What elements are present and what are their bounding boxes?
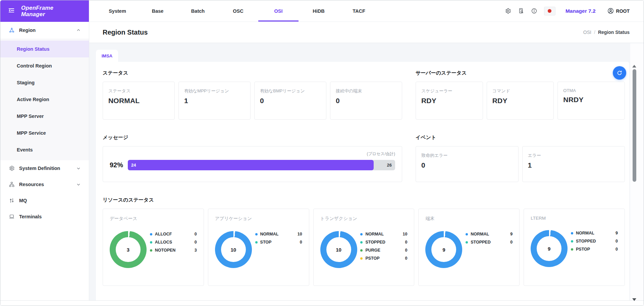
- legend-label: NOTOPEN: [155, 248, 176, 253]
- event-section: イベント 致命的エラー 0 エラー 1: [416, 134, 625, 182]
- stat-value: NRDY: [563, 96, 619, 104]
- scrollbar-up-arrow[interactable]: [632, 65, 636, 68]
- legend-dot: [466, 233, 468, 235]
- module-tabs: System Base Batch OSC OSI HiDB TACF: [97, 0, 379, 21]
- gear-icon: [9, 165, 15, 171]
- donut-card-label: 端末: [425, 216, 513, 222]
- sidebar-item-events[interactable]: Events: [0, 141, 89, 158]
- refresh-button[interactable]: [613, 66, 626, 80]
- donut-legend: NORMAL 9 STOPPED 0: [466, 231, 513, 245]
- process-count: 24: [131, 163, 136, 168]
- scrollbar-track[interactable]: [630, 43, 644, 306]
- donut-card-label: データベース: [110, 216, 197, 222]
- donut-chart: 9: [425, 231, 462, 268]
- breadcrumb: OSI / Region Status: [583, 30, 630, 35]
- legend-value: 0: [405, 240, 407, 245]
- donut-chart: 10: [215, 231, 252, 268]
- scrollbar-down-arrow[interactable]: [632, 298, 636, 301]
- legend-dot: [255, 233, 258, 235]
- info-icon[interactable]: [531, 8, 537, 14]
- legend-item: STOPPED 0: [571, 239, 618, 244]
- donut-total: 9: [425, 231, 462, 268]
- legend-dot: [466, 241, 468, 244]
- legend-dot: [571, 232, 573, 234]
- legend-value: 0: [195, 240, 197, 245]
- ratio-label: (プロセス/合計): [110, 151, 395, 157]
- sidebar-item-terminals[interactable]: Terminals: [0, 209, 89, 225]
- app-logo: OpenFrame Manager: [0, 0, 89, 22]
- sidebar-item-label: Region: [19, 28, 36, 33]
- resource-card-database: データベース 3 ALLOCF 0: [103, 209, 204, 286]
- server-card: コマンド RDY: [487, 82, 554, 120]
- legend-item: STOPPED 0: [360, 240, 407, 245]
- resource-card-terminal: 端末 9 NORMAL 9: [418, 209, 520, 286]
- scrollbar-thumb[interactable]: [633, 69, 636, 182]
- tab-batch[interactable]: Batch: [178, 0, 218, 21]
- tab-hidb[interactable]: HiDB: [299, 0, 339, 21]
- legend-item: STOPPED 0: [466, 240, 513, 245]
- donut-legend: NORMAL 10 STOP 0: [255, 231, 302, 245]
- legend-value: 0: [405, 248, 407, 253]
- message-progress-bar: 24 26: [128, 160, 395, 170]
- sidebar-item-active-region[interactable]: Active Region: [0, 91, 89, 108]
- legend-label: NORMAL: [365, 232, 384, 236]
- tab-base[interactable]: Base: [138, 0, 178, 21]
- status-card: ステータス NORMAL: [103, 82, 175, 120]
- refresh-icon: [616, 70, 623, 76]
- donut-legend: ALLOCF 0 ALLOCS 0: [150, 231, 197, 253]
- language-flag-japan[interactable]: [544, 7, 555, 15]
- legend-value: 10: [298, 232, 302, 236]
- topbar-actions: Manager 7.2 ROOT: [505, 0, 644, 21]
- user-menu[interactable]: ROOT: [607, 7, 630, 14]
- legend-dot: [150, 249, 152, 252]
- sidebar-item-region[interactable]: Region: [0, 22, 89, 39]
- legend-value: 9: [615, 231, 618, 235]
- sidebar-item-system-definition[interactable]: System Definition: [0, 160, 89, 176]
- tab-tacf[interactable]: TACF: [339, 0, 379, 21]
- sitemap-icon: [9, 181, 15, 187]
- legend-value: 0: [615, 239, 618, 244]
- tab-osc[interactable]: OSC: [218, 0, 258, 21]
- page-title: Region Status: [103, 29, 148, 36]
- legend-label: STOPPED: [576, 239, 596, 244]
- sidebar-item-region-status[interactable]: Region Status: [0, 41, 89, 57]
- sidebar-item-mpp-service[interactable]: MPP Service: [0, 125, 89, 141]
- donut-total: 9: [531, 230, 568, 267]
- legend-value: 0: [510, 240, 513, 245]
- legend-item: STOP 0: [255, 240, 302, 245]
- donut-card-label: トランザクション: [320, 216, 408, 222]
- sidebar-item-mq[interactable]: MQ: [0, 192, 89, 209]
- chevron-up-icon: [76, 28, 81, 33]
- chevron-down-icon: [76, 166, 81, 171]
- legend-value: 0: [300, 240, 302, 245]
- resource-card-transaction: トランザクション 10 NORMAL 10: [313, 209, 415, 286]
- user-icon: [607, 7, 614, 14]
- document-search-icon[interactable]: [518, 8, 524, 14]
- stat-label: スケジューラー: [421, 88, 477, 94]
- breadcrumb-parent[interactable]: OSI: [583, 30, 591, 35]
- legend-item: NORMAL 9: [571, 231, 618, 235]
- donut-chart: 3: [110, 231, 147, 268]
- message-section: メッセージ (プロセス/合計) 92% 24 26: [103, 134, 402, 182]
- legend-dot: [150, 241, 152, 244]
- sidebar-collapse-icon[interactable]: [8, 7, 15, 15]
- tab-system[interactable]: System: [97, 0, 138, 21]
- sidebar-item-mpp-server[interactable]: MPP Server: [0, 108, 89, 125]
- tab-imsa[interactable]: IMSA: [96, 50, 118, 62]
- legend-value: 0: [195, 232, 197, 236]
- settings-icon[interactable]: [505, 8, 511, 14]
- legend-item: NORMAL 10: [360, 232, 407, 236]
- legend-dot: [360, 257, 363, 260]
- app-title: OpenFrame Manager: [21, 5, 53, 17]
- tab-osi[interactable]: OSI: [258, 0, 299, 21]
- sidebar-item-staging[interactable]: Staging: [0, 74, 89, 91]
- sidebar-item-control-region[interactable]: Control Region: [0, 57, 89, 74]
- region-submenu: Region Status Control Region Staging Act…: [0, 39, 89, 160]
- progress-percent: 92%: [110, 161, 123, 169]
- legend-value: 3: [195, 248, 197, 253]
- version-label[interactable]: Manager 7.2: [566, 8, 596, 14]
- stat-value: RDY: [492, 97, 548, 105]
- legend-dot: [360, 233, 363, 235]
- sidebar-item-resources[interactable]: Resources: [0, 176, 89, 192]
- legend-label: PSTOP: [365, 256, 379, 261]
